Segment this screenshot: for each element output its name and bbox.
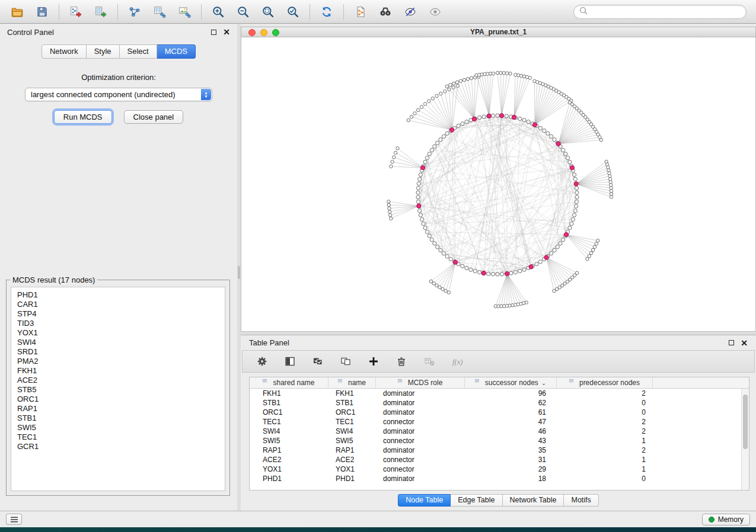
cell-predecessor-nodes[interactable]: 1 (557, 464, 653, 474)
search-input[interactable] (588, 8, 741, 16)
mcds-result-item[interactable]: SRD1 (17, 347, 219, 357)
import-table-file-icon[interactable] (93, 4, 109, 20)
cell-name[interactable]: FKH1 (328, 389, 376, 398)
cell-name[interactable]: PHD1 (328, 474, 376, 483)
close-table-panel-icon[interactable]: ✕ (741, 340, 748, 346)
splitter-grip[interactable] (238, 266, 240, 279)
minimize-window-icon[interactable] (260, 29, 267, 36)
cell-shared-name[interactable]: FKH1 (250, 389, 328, 398)
panel-menu-button[interactable] (6, 514, 22, 525)
cell-MCDS-role[interactable]: connector (376, 455, 465, 464)
mcds-result-item[interactable]: STP4 (17, 309, 219, 319)
cell-successor-nodes[interactable]: 35 (465, 446, 557, 455)
column-header-predecessor-nodes[interactable]: predecessor nodes (557, 377, 653, 388)
cell-shared-name[interactable]: ORC1 (250, 408, 328, 417)
tab-network[interactable]: Network (42, 44, 87, 59)
columns-icon[interactable] (282, 354, 298, 369)
clear-table-icon[interactable] (422, 354, 437, 369)
mcds-result-item[interactable]: ORC1 (17, 395, 219, 404)
cell-name[interactable]: ORC1 (328, 408, 376, 417)
scrollbar-thumb[interactable] (743, 395, 748, 449)
table-row[interactable]: PHD1PHD1dominator180 (250, 474, 749, 483)
open-session-icon[interactable] (9, 4, 25, 20)
cell-shared-name[interactable]: TEC1 (250, 417, 328, 427)
cell-name[interactable]: STB1 (328, 398, 376, 408)
new-network-icon[interactable] (127, 4, 142, 20)
cell-predecessor-nodes[interactable]: 1 (557, 436, 653, 446)
deselect-all-icon[interactable] (338, 354, 353, 369)
delete-row-icon[interactable] (394, 354, 409, 369)
network-from-image-icon[interactable] (177, 4, 192, 20)
cell-successor-nodes[interactable]: 47 (465, 417, 557, 427)
mcds-result-item[interactable]: STB1 (17, 414, 219, 423)
mcds-result-item[interactable]: FKH1 (17, 366, 219, 376)
cell-shared-name[interactable]: SWI4 (250, 427, 328, 436)
mcds-result-item[interactable]: PHD1 (17, 290, 219, 300)
cell-successor-nodes[interactable]: 31 (465, 455, 557, 464)
maximize-window-icon[interactable] (272, 29, 279, 36)
table-row[interactable]: STB1STB1dominator620 (250, 398, 749, 408)
mcds-result-list[interactable]: PHD1CAR1STP4TID3YOX1SWI4SRD1PMA2FKH1ACE2… (11, 287, 225, 491)
column-header-name[interactable]: name (328, 377, 376, 388)
table-row[interactable]: ACE2ACE2connector311 (250, 455, 749, 464)
cell-MCDS-role[interactable]: dominator (376, 446, 465, 455)
memory-button[interactable]: Memory (702, 514, 750, 525)
table-row[interactable]: ORC1ORC1dominator610 (250, 408, 749, 417)
mcds-result-item[interactable]: GCR1 (17, 442, 219, 451)
cell-MCDS-role[interactable]: dominator (376, 427, 465, 436)
cell-predecessor-nodes[interactable]: 0 (557, 398, 653, 408)
network-graph[interactable] (241, 37, 755, 331)
tab-mcds[interactable]: MCDS (157, 44, 196, 59)
mcds-result-item[interactable]: SWI5 (17, 423, 219, 432)
cell-name[interactable]: SWI4 (328, 427, 376, 436)
cell-successor-nodes[interactable]: 29 (465, 464, 557, 474)
cell-successor-nodes[interactable]: 18 (465, 474, 557, 483)
cell-shared-name[interactable]: YOX1 (250, 464, 328, 474)
refresh-layout-icon[interactable] (319, 4, 334, 20)
cell-MCDS-role[interactable]: connector (376, 464, 465, 474)
cell-predecessor-nodes[interactable]: 0 (557, 408, 653, 417)
table-row[interactable]: TEC1TEC1connector472 (250, 417, 749, 427)
mcds-result-item[interactable]: YOX1 (17, 328, 219, 338)
column-header-successor-nodes[interactable]: successor nodes⌄ (465, 377, 557, 388)
select-all-icon[interactable] (310, 354, 326, 369)
column-header-MCDS-role[interactable]: MCDS role (376, 377, 465, 388)
cell-shared-name[interactable]: PHD1 (250, 474, 328, 483)
cell-successor-nodes[interactable]: 62 (465, 398, 557, 408)
cell-MCDS-role[interactable]: dominator (376, 474, 465, 483)
show-preview-icon[interactable] (428, 4, 443, 20)
cell-MCDS-role[interactable]: dominator (376, 408, 465, 417)
cell-predecessor-nodes[interactable]: 2 (557, 417, 653, 427)
tab-style[interactable]: Style (87, 44, 120, 59)
cell-name[interactable]: ACE2 (328, 455, 376, 464)
cell-shared-name[interactable]: STB1 (250, 398, 328, 408)
cell-predecessor-nodes[interactable]: 2 (557, 389, 653, 398)
function-icon[interactable]: f(x) (449, 354, 465, 369)
zoom-selected-icon[interactable] (285, 4, 301, 20)
table-row[interactable]: YOX1YOX1connector291 (250, 464, 749, 474)
close-panel-button[interactable]: Close panel (124, 110, 184, 124)
table-row[interactable]: RAP1RAP1dominator352 (250, 446, 749, 455)
column-header-shared-name[interactable]: shared name (250, 377, 328, 388)
search-box[interactable] (573, 5, 747, 19)
cell-MCDS-role[interactable]: connector (376, 436, 465, 446)
zoom-out-icon[interactable] (235, 4, 251, 20)
cell-name[interactable]: RAP1 (328, 446, 376, 455)
cell-successor-nodes[interactable]: 96 (465, 389, 557, 398)
cell-predecessor-nodes[interactable]: 1 (557, 455, 653, 464)
network-window-titlebar[interactable]: YPA_prune.txt_1 (241, 27, 756, 37)
add-row-icon[interactable] (366, 354, 381, 369)
optimization-criterion-select[interactable]: largest connected component (undirected)… (25, 88, 212, 101)
zoom-in-icon[interactable] (210, 4, 226, 20)
close-window-icon[interactable] (248, 29, 256, 36)
save-session-icon[interactable] (34, 4, 50, 20)
cell-MCDS-role[interactable]: dominator (376, 398, 465, 408)
cell-name[interactable]: TEC1 (328, 417, 376, 427)
hide-selection-icon[interactable] (403, 4, 418, 20)
cell-name[interactable]: YOX1 (328, 464, 376, 474)
export-document-icon[interactable] (353, 4, 368, 20)
mcds-result-item[interactable]: TEC1 (17, 432, 219, 442)
mcds-result-item[interactable]: RAP1 (17, 404, 219, 414)
network-canvas[interactable] (241, 37, 756, 332)
mcds-result-item[interactable]: CAR1 (17, 300, 219, 309)
